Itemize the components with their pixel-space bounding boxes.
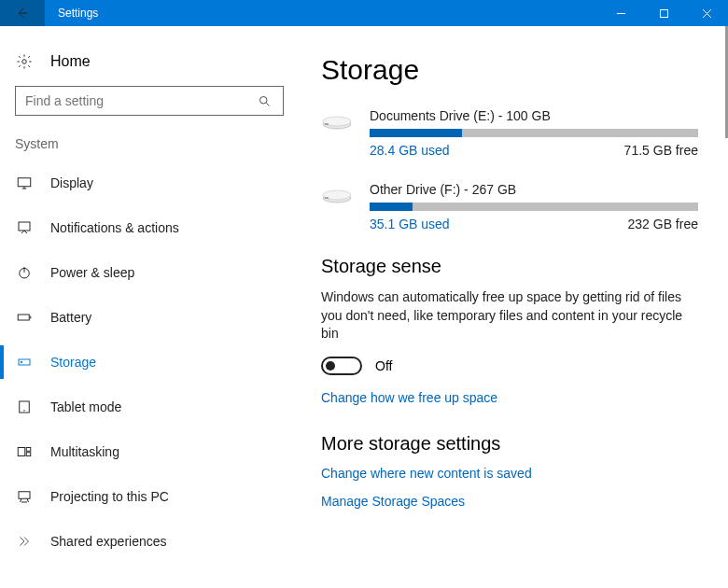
window-controls — [599, 0, 728, 26]
sidebar: Home System Display Notifications & acti… — [0, 26, 299, 588]
drive-title: Documents Drive (E:) - 100 GB — [370, 108, 698, 123]
used-label: 35.1 GB used — [370, 217, 450, 231]
svg-rect-19 — [325, 198, 329, 199]
minimize-button[interactable] — [599, 0, 642, 26]
storage-sense-desc: Windows can automatically free up space … — [321, 288, 694, 343]
svg-rect-3 — [18, 178, 31, 187]
sidebar-item-label: Display — [50, 175, 93, 190]
change-free-space-link[interactable]: Change how we free up space — [321, 390, 698, 405]
more-settings-heading: More storage settings — [321, 433, 698, 455]
power-icon — [15, 263, 34, 282]
sidebar-item-label: Power & sleep — [50, 265, 134, 280]
search-input[interactable] — [25, 93, 255, 108]
storage-sense-heading: Storage sense — [321, 256, 698, 277]
drive-icon — [321, 112, 355, 134]
storage-icon — [15, 353, 34, 371]
drive-row[interactable]: Other Drive (F:) - 267 GB 35.1 GB used 2… — [321, 182, 698, 231]
close-button[interactable] — [685, 0, 728, 26]
section-label: System — [15, 136, 284, 151]
sidebar-item-label: Tablet mode — [50, 399, 121, 414]
drive-title: Other Drive (F:) - 267 GB — [370, 182, 698, 197]
page-title: Storage — [321, 54, 698, 86]
toggle-state-label: Off — [375, 358, 392, 373]
sidebar-item-notifications[interactable]: Notifications & actions — [15, 205, 284, 250]
back-button[interactable] — [0, 0, 45, 26]
sidebar-item-shared[interactable]: Shared experiences — [15, 519, 284, 564]
titlebar: Settings — [0, 0, 728, 26]
sidebar-item-label: Battery — [50, 310, 91, 325]
svg-point-8 — [21, 361, 22, 363]
svg-point-2 — [259, 96, 267, 104]
arrow-left-icon — [13, 4, 32, 22]
sidebar-item-tablet[interactable]: Tablet mode — [15, 385, 284, 429]
sidebar-item-label: Notifications & actions — [50, 220, 179, 235]
tablet-icon — [15, 398, 34, 416]
sidebar-item-label: Storage — [50, 355, 96, 370]
svg-rect-0 — [660, 9, 667, 17]
display-icon — [15, 174, 34, 192]
storage-bar — [370, 203, 698, 211]
gear-icon — [15, 52, 34, 71]
shared-icon — [15, 532, 34, 551]
sidebar-item-battery[interactable]: Battery — [15, 295, 284, 340]
storage-bar — [370, 129, 698, 137]
sidebar-item-power[interactable]: Power & sleep — [15, 250, 284, 295]
free-label: 232 GB free — [628, 217, 699, 231]
svg-rect-11 — [26, 448, 31, 452]
svg-rect-6 — [18, 315, 29, 320]
svg-rect-12 — [26, 453, 31, 456]
sidebar-item-label: Shared experiences — [50, 534, 167, 549]
notifications-icon — [15, 218, 34, 237]
sidebar-item-storage[interactable]: Storage — [15, 340, 284, 385]
free-label: 71.5 GB free — [624, 143, 698, 158]
drive-row[interactable]: Documents Drive (E:) - 100 GB 28.4 GB us… — [321, 108, 698, 158]
home-label: Home — [50, 53, 91, 70]
sidebar-item-label: Projecting to this PC — [50, 489, 169, 504]
sidebar-item-label: Multitasking — [50, 444, 119, 459]
change-save-location-link[interactable]: Change where new content is saved — [321, 466, 698, 481]
main-panel: Storage Documents Drive (E:) - 100 GB 28… — [299, 26, 728, 588]
window-title: Settings — [45, 0, 599, 26]
used-label: 28.4 GB used — [370, 143, 450, 158]
home-button[interactable]: Home — [15, 45, 284, 86]
svg-rect-10 — [18, 448, 25, 456]
manage-storage-spaces-link[interactable]: Manage Storage Spaces — [321, 494, 698, 509]
sidebar-item-multitasking[interactable]: Multitasking — [15, 429, 284, 474]
svg-rect-13 — [19, 492, 30, 499]
projecting-icon — [15, 487, 34, 506]
storage-sense-toggle[interactable] — [321, 357, 362, 375]
svg-point-1 — [22, 60, 27, 64]
search-box[interactable] — [15, 86, 284, 116]
svg-rect-16 — [325, 124, 329, 125]
battery-icon — [15, 308, 34, 327]
drive-icon — [321, 186, 355, 208]
maximize-button[interactable] — [642, 0, 685, 26]
sidebar-item-display[interactable]: Display — [15, 161, 284, 205]
sidebar-item-projecting[interactable]: Projecting to this PC — [15, 474, 284, 519]
svg-rect-4 — [19, 222, 30, 231]
multitasking-icon — [15, 442, 34, 461]
search-icon — [255, 91, 273, 110]
